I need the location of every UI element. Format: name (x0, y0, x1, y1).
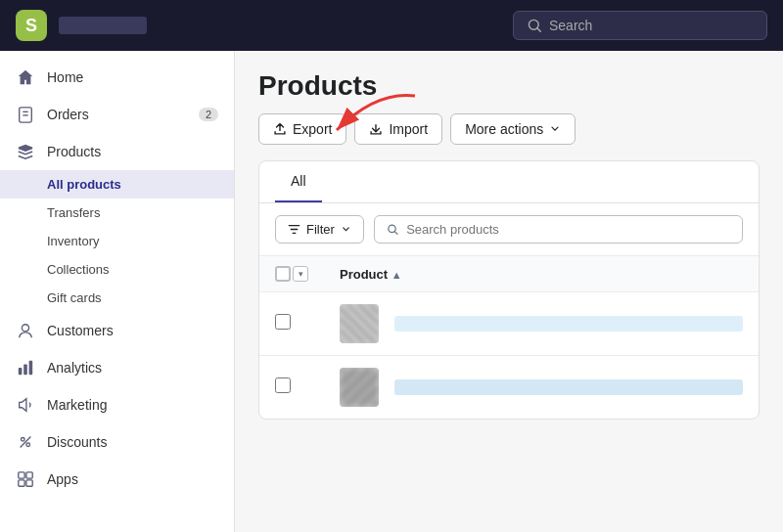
orders-badge: 2 (199, 108, 218, 121)
top-nav: S Search (0, 0, 783, 51)
row-1-thumb-img (340, 304, 379, 343)
header-checkbox-dropdown[interactable]: ▾ (293, 266, 308, 282)
row-2-thumbnail (340, 368, 379, 407)
orders-icon (16, 105, 35, 124)
table-row (259, 292, 759, 356)
filter-icon (288, 223, 300, 236)
sidebar-item-customers-label: Customers (47, 323, 114, 338)
svg-rect-6 (19, 368, 23, 375)
svg-rect-7 (23, 364, 27, 375)
svg-line-18 (394, 231, 397, 234)
svg-point-9 (22, 438, 25, 442)
header-checkbox-wrap[interactable]: ▾ (275, 266, 308, 282)
import-icon (369, 122, 383, 136)
import-button[interactable]: Import (354, 113, 442, 145)
sidebar-item-home[interactable]: Home (0, 59, 234, 96)
shopify-logo: S (16, 10, 47, 41)
search-bar-label: Search (549, 18, 592, 33)
main-layout: Home Orders 2 Products All products Tran… (0, 51, 783, 532)
filter-button[interactable]: Filter (275, 215, 364, 244)
sidebar-item-marketing[interactable]: Marketing (0, 386, 234, 423)
sidebar-item-home-label: Home (47, 69, 83, 85)
store-name (59, 17, 147, 34)
sidebar-item-analytics-label: Analytics (47, 360, 102, 376)
svg-line-1 (537, 28, 541, 32)
marketing-icon (16, 395, 35, 415)
export-icon (273, 122, 287, 136)
row-1-checkbox-col (275, 314, 324, 333)
svg-point-10 (26, 443, 30, 447)
page-title: Products (258, 70, 760, 102)
table-header: ▾ Product ▲ (259, 256, 759, 292)
row-2-checkbox[interactable] (275, 377, 291, 393)
sidebar-item-inventory[interactable]: Inventory (0, 227, 234, 255)
sidebar-item-apps[interactable]: Apps (0, 461, 234, 498)
svg-point-5 (22, 325, 28, 332)
sidebar-item-products-label: Products (47, 144, 101, 159)
row-1-product-name (394, 316, 743, 332)
sidebar-item-analytics[interactable]: Analytics (0, 349, 234, 386)
sidebar-item-customers[interactable]: Customers (0, 312, 234, 349)
svg-rect-14 (19, 480, 24, 486)
svg-rect-12 (19, 472, 24, 478)
search-products-input-wrap[interactable] (374, 215, 743, 244)
tab-all[interactable]: All (275, 161, 322, 202)
header-checkbox[interactable] (275, 266, 291, 282)
search-products-input[interactable] (406, 222, 730, 237)
svg-rect-8 (29, 361, 33, 375)
apps-icon (16, 469, 35, 489)
customers-icon (16, 321, 35, 340)
sidebar-item-orders-label: Orders (47, 107, 89, 122)
row-2-checkbox-col (275, 377, 324, 397)
sidebar-item-apps-label: Apps (47, 471, 78, 487)
svg-rect-15 (26, 480, 32, 486)
row-1-thumbnail (340, 304, 379, 343)
tabs-row: All (259, 161, 759, 203)
row-2-product-name (394, 379, 743, 395)
sidebar-item-products[interactable]: Products (0, 133, 234, 170)
row-2-thumb-img (340, 368, 379, 407)
sidebar-item-transfers[interactable]: Transfers (0, 199, 234, 227)
products-sub-items: All products Transfers Inventory Collect… (0, 170, 234, 312)
sidebar-item-discounts[interactable]: Discounts (0, 423, 234, 461)
sidebar-item-discounts-label: Discounts (47, 434, 107, 450)
search-products-icon (387, 223, 398, 236)
products-card: All Filter (258, 160, 760, 420)
sort-icon: ▲ (392, 269, 402, 281)
chevron-down-icon (549, 123, 561, 135)
more-actions-button[interactable]: More actions (450, 113, 576, 145)
sidebar-item-all-products[interactable]: All products (0, 170, 234, 199)
discounts-icon (16, 432, 35, 452)
sidebar-item-gift-cards[interactable]: Gift cards (0, 284, 234, 312)
content-area: Products Export Import More actions (235, 51, 783, 532)
row-1-checkbox[interactable] (275, 314, 291, 330)
home-icon (16, 67, 35, 87)
filter-row: Filter (259, 203, 759, 256)
export-button[interactable]: Export (258, 113, 346, 145)
products-icon (16, 142, 35, 161)
sidebar: Home Orders 2 Products All products Tran… (0, 51, 235, 532)
toolbar-wrapper: Export Import More actions (258, 113, 760, 145)
search-bar[interactable]: Search (513, 11, 767, 40)
product-column-header: Product ▲ (340, 267, 743, 282)
sidebar-item-marketing-label: Marketing (47, 397, 107, 413)
analytics-icon (16, 358, 35, 377)
search-icon (528, 19, 541, 32)
table-row (259, 356, 759, 419)
svg-rect-13 (26, 472, 32, 478)
sidebar-item-orders[interactable]: Orders 2 (0, 96, 234, 133)
sidebar-item-collections[interactable]: Collections (0, 255, 234, 284)
filter-chevron-icon (341, 224, 351, 235)
toolbar: Export Import More actions (258, 113, 760, 145)
header-checkbox-col: ▾ (275, 266, 324, 282)
